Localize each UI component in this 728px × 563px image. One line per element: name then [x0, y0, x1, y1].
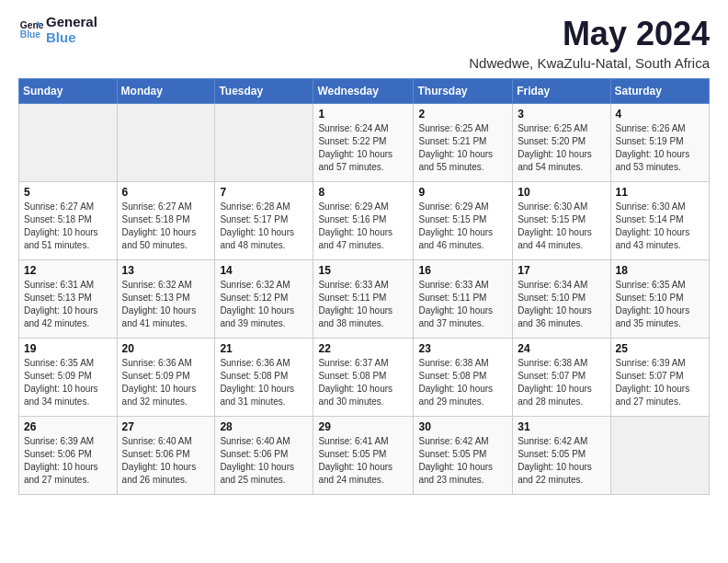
sunrise-text: Sunrise: 6:41 AM	[318, 436, 388, 446]
day-info: Sunrise: 6:31 AMSunset: 5:13 PMDaylight:…	[24, 279, 112, 330]
calendar-cell-0-3: 1Sunrise: 6:24 AMSunset: 5:22 PMDaylight…	[313, 104, 414, 182]
daylight-text: Daylight: 10 hours and 27 minutes.	[616, 384, 690, 407]
location-subtitle: Ndwedwe, KwaZulu-Natal, South Africa	[469, 55, 710, 71]
day-info: Sunrise: 6:27 AMSunset: 5:18 PMDaylight:…	[122, 201, 210, 252]
sunset-text: Sunset: 5:07 PM	[518, 371, 586, 381]
calendar-table: Sunday Monday Tuesday Wednesday Thursday…	[18, 78, 710, 495]
sunrise-text: Sunrise: 6:40 AM	[220, 436, 290, 446]
sunrise-text: Sunrise: 6:42 AM	[418, 436, 488, 446]
daylight-text: Daylight: 10 hours and 30 minutes.	[318, 384, 392, 407]
week-row-4: 19Sunrise: 6:35 AMSunset: 5:09 PMDayligh…	[19, 339, 710, 417]
daylight-text: Daylight: 10 hours and 38 minutes.	[318, 305, 392, 328]
day-info: Sunrise: 6:30 AMSunset: 5:14 PMDaylight:…	[616, 201, 704, 252]
calendar-cell-2-2: 14Sunrise: 6:32 AMSunset: 5:12 PMDayligh…	[215, 260, 313, 339]
day-number: 11	[616, 186, 704, 199]
daylight-text: Daylight: 10 hours and 54 minutes.	[518, 149, 592, 172]
day-number: 23	[418, 342, 507, 355]
sunset-text: Sunset: 5:08 PM	[318, 371, 386, 381]
sunrise-text: Sunrise: 6:36 AM	[220, 358, 290, 368]
calendar-cell-1-2: 7Sunrise: 6:28 AMSunset: 5:17 PMDaylight…	[215, 182, 313, 260]
sunrise-text: Sunrise: 6:38 AM	[418, 358, 488, 368]
weekday-header-row: Sunday Monday Tuesday Wednesday Thursday…	[19, 79, 710, 104]
sunset-text: Sunset: 5:14 PM	[616, 214, 684, 224]
sunrise-text: Sunrise: 6:27 AM	[122, 201, 192, 212]
calendar-cell-1-0: 5Sunrise: 6:27 AMSunset: 5:18 PMDaylight…	[19, 182, 118, 260]
day-number: 29	[318, 420, 408, 433]
logo: General Blue General Blue	[18, 15, 97, 45]
daylight-text: Daylight: 10 hours and 39 minutes.	[220, 305, 294, 328]
header-monday: Monday	[117, 79, 215, 104]
sunset-text: Sunset: 5:07 PM	[616, 371, 684, 381]
header-saturday: Saturday	[610, 79, 709, 104]
calendar-cell-0-5: 3Sunrise: 6:25 AMSunset: 5:20 PMDaylight…	[513, 104, 610, 182]
sunrise-text: Sunrise: 6:42 AM	[518, 436, 587, 446]
sunrise-text: Sunrise: 6:32 AM	[220, 280, 290, 290]
calendar-cell-0-0	[19, 104, 118, 182]
sunset-text: Sunset: 5:06 PM	[24, 449, 92, 459]
day-number: 16	[418, 264, 507, 277]
day-number: 26	[24, 420, 112, 433]
header-tuesday: Tuesday	[215, 79, 313, 104]
day-number: 12	[24, 264, 112, 277]
sunrise-text: Sunrise: 6:26 AM	[616, 123, 686, 133]
sunrise-text: Sunrise: 6:25 AM	[418, 123, 488, 133]
calendar-cell-1-3: 8Sunrise: 6:29 AMSunset: 5:16 PMDaylight…	[313, 182, 414, 260]
daylight-text: Daylight: 10 hours and 22 minutes.	[518, 462, 592, 485]
calendar-cell-4-0: 26Sunrise: 6:39 AMSunset: 5:06 PMDayligh…	[19, 417, 118, 495]
day-info: Sunrise: 6:41 AMSunset: 5:05 PMDaylight:…	[318, 435, 408, 487]
calendar-cell-2-0: 12Sunrise: 6:31 AMSunset: 5:13 PMDayligh…	[19, 260, 118, 339]
calendar-cell-4-2: 28Sunrise: 6:40 AMSunset: 5:06 PMDayligh…	[215, 417, 313, 495]
daylight-text: Daylight: 10 hours and 32 minutes.	[122, 384, 197, 407]
day-number: 19	[24, 342, 112, 355]
calendar-cell-3-4: 23Sunrise: 6:38 AMSunset: 5:08 PMDayligh…	[414, 339, 513, 417]
day-info: Sunrise: 6:42 AMSunset: 5:05 PMDaylight:…	[418, 435, 507, 487]
day-info: Sunrise: 6:40 AMSunset: 5:06 PMDaylight:…	[220, 435, 308, 487]
sunset-text: Sunset: 5:05 PM	[518, 449, 586, 459]
calendar-cell-3-2: 21Sunrise: 6:36 AMSunset: 5:08 PMDayligh…	[215, 339, 313, 417]
svg-text:Blue: Blue	[20, 29, 41, 40]
day-number: 14	[220, 264, 308, 277]
day-info: Sunrise: 6:25 AMSunset: 5:20 PMDaylight:…	[518, 122, 605, 174]
calendar-body: 1Sunrise: 6:24 AMSunset: 5:22 PMDaylight…	[19, 104, 710, 495]
sunrise-text: Sunrise: 6:28 AM	[220, 201, 290, 212]
sunset-text: Sunset: 5:15 PM	[418, 214, 486, 224]
calendar-cell-3-0: 19Sunrise: 6:35 AMSunset: 5:09 PMDayligh…	[19, 339, 118, 417]
sunset-text: Sunset: 5:16 PM	[318, 214, 386, 224]
daylight-text: Daylight: 10 hours and 37 minutes.	[418, 305, 493, 328]
sunrise-text: Sunrise: 6:33 AM	[318, 280, 388, 290]
daylight-text: Daylight: 10 hours and 23 minutes.	[418, 462, 493, 485]
sunrise-text: Sunrise: 6:36 AM	[122, 358, 192, 368]
day-info: Sunrise: 6:32 AMSunset: 5:12 PMDaylight:…	[220, 279, 308, 330]
header-wednesday: Wednesday	[313, 79, 414, 104]
sunrise-text: Sunrise: 6:24 AM	[318, 123, 388, 133]
day-info: Sunrise: 6:39 AMSunset: 5:07 PMDaylight:…	[616, 357, 704, 408]
daylight-text: Daylight: 10 hours and 24 minutes.	[318, 462, 392, 485]
calendar-cell-0-2	[215, 104, 313, 182]
daylight-text: Daylight: 10 hours and 43 minutes.	[616, 227, 690, 250]
calendar-cell-1-4: 9Sunrise: 6:29 AMSunset: 5:15 PMDaylight…	[414, 182, 513, 260]
calendar-cell-2-4: 16Sunrise: 6:33 AMSunset: 5:11 PMDayligh…	[414, 260, 513, 339]
day-info: Sunrise: 6:28 AMSunset: 5:17 PMDaylight:…	[220, 201, 308, 252]
calendar-cell-2-3: 15Sunrise: 6:33 AMSunset: 5:11 PMDayligh…	[313, 260, 414, 339]
day-number: 25	[616, 342, 704, 355]
calendar-cell-2-1: 13Sunrise: 6:32 AMSunset: 5:13 PMDayligh…	[117, 260, 215, 339]
sunset-text: Sunset: 5:21 PM	[418, 136, 486, 146]
calendar-cell-4-3: 29Sunrise: 6:41 AMSunset: 5:05 PMDayligh…	[313, 417, 414, 495]
daylight-text: Daylight: 10 hours and 44 minutes.	[518, 227, 592, 250]
day-info: Sunrise: 6:34 AMSunset: 5:10 PMDaylight:…	[518, 279, 605, 330]
sunrise-text: Sunrise: 6:29 AM	[418, 201, 488, 212]
day-number: 7	[220, 186, 308, 199]
calendar-cell-1-1: 6Sunrise: 6:27 AMSunset: 5:18 PMDaylight…	[117, 182, 215, 260]
calendar-cell-4-1: 27Sunrise: 6:40 AMSunset: 5:06 PMDayligh…	[117, 417, 215, 495]
sunrise-text: Sunrise: 6:29 AM	[318, 201, 388, 212]
calendar-cell-3-5: 24Sunrise: 6:38 AMSunset: 5:07 PMDayligh…	[513, 339, 610, 417]
calendar-cell-0-6: 4Sunrise: 6:26 AMSunset: 5:19 PMDaylight…	[610, 104, 709, 182]
week-row-1: 1Sunrise: 6:24 AMSunset: 5:22 PMDaylight…	[19, 104, 710, 182]
day-number: 22	[318, 342, 408, 355]
sunset-text: Sunset: 5:11 PM	[318, 293, 386, 303]
day-number: 21	[220, 342, 308, 355]
daylight-text: Daylight: 10 hours and 47 minutes.	[318, 227, 392, 250]
daylight-text: Daylight: 10 hours and 29 minutes.	[418, 384, 493, 407]
calendar-header: Sunday Monday Tuesday Wednesday Thursday…	[19, 79, 710, 104]
sunrise-text: Sunrise: 6:25 AM	[518, 123, 587, 133]
